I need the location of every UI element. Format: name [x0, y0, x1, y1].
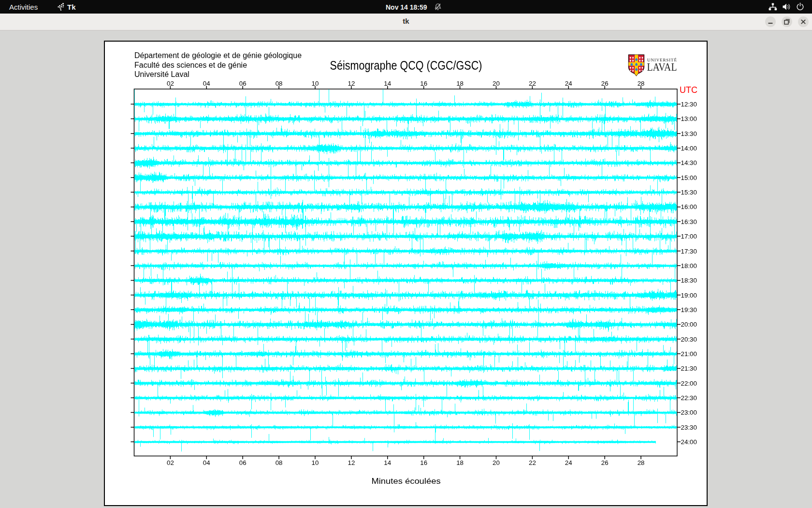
svg-text:LAVAL: LAVAL	[647, 61, 677, 73]
